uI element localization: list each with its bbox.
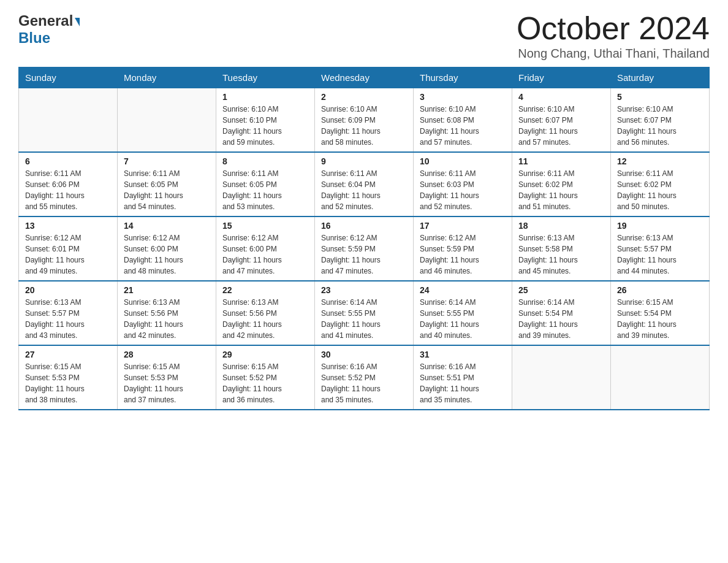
table-row: 7Sunrise: 6:11 AM Sunset: 6:05 PM Daylig… (118, 152, 216, 216)
table-row: 2Sunrise: 6:10 AM Sunset: 6:09 PM Daylig… (315, 88, 414, 153)
table-row: 29Sunrise: 6:15 AM Sunset: 5:52 PM Dayli… (216, 345, 315, 410)
calendar-week-row: 27Sunrise: 6:15 AM Sunset: 5:53 PM Dayli… (19, 345, 710, 410)
day-info: Sunrise: 6:13 AM Sunset: 5:57 PM Dayligh… (617, 232, 703, 277)
table-row: 11Sunrise: 6:11 AM Sunset: 6:02 PM Dayli… (512, 152, 611, 216)
day-number: 15 (222, 221, 308, 231)
table-row: 20Sunrise: 6:13 AM Sunset: 5:57 PM Dayli… (19, 281, 118, 345)
day-info: Sunrise: 6:13 AM Sunset: 5:56 PM Dayligh… (222, 297, 308, 341)
day-info: Sunrise: 6:16 AM Sunset: 5:52 PM Dayligh… (321, 361, 407, 405)
day-info: Sunrise: 6:13 AM Sunset: 5:56 PM Dayligh… (124, 297, 210, 341)
table-row: 3Sunrise: 6:10 AM Sunset: 6:08 PM Daylig… (414, 88, 512, 153)
day-info: Sunrise: 6:15 AM Sunset: 5:54 PM Dayligh… (617, 297, 703, 341)
day-number: 3 (420, 92, 506, 102)
day-info: Sunrise: 6:15 AM Sunset: 5:52 PM Dayligh… (222, 361, 308, 405)
day-info: Sunrise: 6:16 AM Sunset: 5:51 PM Dayligh… (420, 361, 506, 405)
day-number: 20 (25, 285, 111, 295)
table-row: 21Sunrise: 6:13 AM Sunset: 5:56 PM Dayli… (118, 281, 216, 345)
day-number: 30 (321, 350, 407, 359)
day-number: 27 (25, 350, 111, 359)
day-number: 22 (222, 285, 308, 295)
day-number: 23 (321, 285, 407, 295)
day-number: 26 (617, 285, 703, 295)
logo-general: General (18, 12, 73, 29)
day-info: Sunrise: 6:14 AM Sunset: 5:55 PM Dayligh… (321, 297, 407, 341)
table-row: 14Sunrise: 6:12 AM Sunset: 6:00 PM Dayli… (118, 216, 216, 281)
day-number: 2 (321, 92, 407, 102)
day-info: Sunrise: 6:11 AM Sunset: 6:04 PM Dayligh… (321, 168, 407, 212)
day-number: 25 (518, 285, 604, 295)
table-row (611, 345, 710, 410)
table-row (19, 88, 118, 153)
calendar-header: Sunday Monday Tuesday Wednesday Thursday… (19, 67, 710, 88)
table-row: 23Sunrise: 6:14 AM Sunset: 5:55 PM Dayli… (315, 281, 414, 345)
day-number: 11 (518, 156, 604, 166)
table-row: 22Sunrise: 6:13 AM Sunset: 5:56 PM Dayli… (216, 281, 315, 345)
day-info: Sunrise: 6:11 AM Sunset: 6:05 PM Dayligh… (222, 168, 308, 212)
day-number: 18 (518, 221, 604, 231)
table-row: 1Sunrise: 6:10 AM Sunset: 6:10 PM Daylig… (216, 88, 315, 153)
day-number: 17 (420, 221, 506, 231)
day-info: Sunrise: 6:13 AM Sunset: 5:57 PM Dayligh… (25, 297, 111, 341)
day-info: Sunrise: 6:11 AM Sunset: 6:03 PM Dayligh… (420, 168, 506, 212)
day-info: Sunrise: 6:10 AM Sunset: 6:09 PM Dayligh… (321, 104, 407, 148)
table-row (118, 88, 216, 153)
day-info: Sunrise: 6:12 AM Sunset: 6:00 PM Dayligh… (124, 232, 210, 277)
table-row: 27Sunrise: 6:15 AM Sunset: 5:53 PM Dayli… (19, 345, 118, 410)
table-row: 24Sunrise: 6:14 AM Sunset: 5:55 PM Dayli… (414, 281, 512, 345)
col-friday: Friday (512, 67, 611, 88)
day-number: 5 (617, 92, 703, 102)
day-info: Sunrise: 6:12 AM Sunset: 6:01 PM Dayligh… (25, 232, 111, 277)
table-row: 16Sunrise: 6:12 AM Sunset: 5:59 PM Dayli… (315, 216, 414, 281)
day-info: Sunrise: 6:10 AM Sunset: 6:10 PM Dayligh… (222, 104, 308, 148)
day-info: Sunrise: 6:14 AM Sunset: 5:55 PM Dayligh… (420, 297, 506, 341)
col-thursday: Thursday (414, 67, 512, 88)
table-row: 31Sunrise: 6:16 AM Sunset: 5:51 PM Dayli… (414, 345, 512, 410)
day-info: Sunrise: 6:15 AM Sunset: 5:53 PM Dayligh… (25, 361, 111, 405)
day-info: Sunrise: 6:11 AM Sunset: 6:02 PM Dayligh… (518, 168, 604, 212)
day-number: 14 (124, 221, 210, 231)
day-number: 4 (518, 92, 604, 102)
table-row: 17Sunrise: 6:12 AM Sunset: 5:59 PM Dayli… (414, 216, 512, 281)
day-number: 24 (420, 285, 506, 295)
day-number: 31 (420, 350, 506, 359)
day-number: 16 (321, 221, 407, 231)
calendar-week-row: 1Sunrise: 6:10 AM Sunset: 6:10 PM Daylig… (19, 88, 710, 153)
calendar-table: Sunday Monday Tuesday Wednesday Thursday… (18, 67, 710, 410)
title-area: October 2024 Nong Chang, Uthai Thani, Th… (517, 12, 710, 61)
table-row: 18Sunrise: 6:13 AM Sunset: 5:58 PM Dayli… (512, 216, 611, 281)
table-row: 30Sunrise: 6:16 AM Sunset: 5:52 PM Dayli… (315, 345, 414, 410)
day-number: 1 (222, 92, 308, 102)
day-number: 7 (124, 156, 210, 166)
header-row: Sunday Monday Tuesday Wednesday Thursday… (19, 67, 710, 88)
day-info: Sunrise: 6:12 AM Sunset: 5:59 PM Dayligh… (321, 232, 407, 277)
table-row: 12Sunrise: 6:11 AM Sunset: 6:02 PM Dayli… (611, 152, 710, 216)
table-row: 15Sunrise: 6:12 AM Sunset: 6:00 PM Dayli… (216, 216, 315, 281)
col-saturday: Saturday (611, 67, 710, 88)
page-header: General Blue October 2024 Nong Chang, Ut… (18, 12, 710, 61)
table-row: 8Sunrise: 6:11 AM Sunset: 6:05 PM Daylig… (216, 152, 315, 216)
table-row: 26Sunrise: 6:15 AM Sunset: 5:54 PM Dayli… (611, 281, 710, 345)
day-number: 29 (222, 350, 308, 359)
location-subtitle: Nong Chang, Uthai Thani, Thailand (517, 47, 710, 61)
day-number: 9 (321, 156, 407, 166)
col-sunday: Sunday (19, 67, 118, 88)
day-number: 13 (25, 221, 111, 231)
table-row: 9Sunrise: 6:11 AM Sunset: 6:04 PM Daylig… (315, 152, 414, 216)
table-row: 4Sunrise: 6:10 AM Sunset: 6:07 PM Daylig… (512, 88, 611, 153)
logo-blue: Blue (18, 29, 80, 47)
table-row: 5Sunrise: 6:10 AM Sunset: 6:07 PM Daylig… (611, 88, 710, 153)
logo-triangle-icon (75, 18, 80, 26)
day-number: 10 (420, 156, 506, 166)
calendar-week-row: 20Sunrise: 6:13 AM Sunset: 5:57 PM Dayli… (19, 281, 710, 345)
day-info: Sunrise: 6:11 AM Sunset: 6:02 PM Dayligh… (617, 168, 703, 212)
day-number: 8 (222, 156, 308, 166)
table-row: 10Sunrise: 6:11 AM Sunset: 6:03 PM Dayli… (414, 152, 512, 216)
table-row: 19Sunrise: 6:13 AM Sunset: 5:57 PM Dayli… (611, 216, 710, 281)
col-wednesday: Wednesday (315, 67, 414, 88)
day-number: 21 (124, 285, 210, 295)
table-row (512, 345, 611, 410)
day-info: Sunrise: 6:10 AM Sunset: 6:08 PM Dayligh… (420, 104, 506, 148)
logo: General Blue (18, 12, 80, 47)
day-info: Sunrise: 6:10 AM Sunset: 6:07 PM Dayligh… (518, 104, 604, 148)
day-info: Sunrise: 6:11 AM Sunset: 6:06 PM Dayligh… (25, 168, 111, 212)
